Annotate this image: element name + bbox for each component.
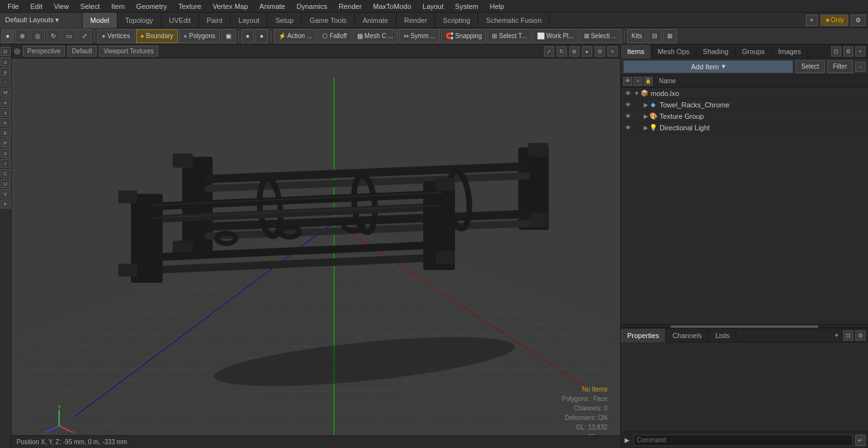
tool-selecti[interactable]: ⊠ Selecti ...: [580, 29, 621, 43]
item-eye-towel-racks[interactable]: 👁: [623, 100, 632, 109]
sidebar-btn-11[interactable]: o: [1, 149, 11, 158]
menu-animate[interactable]: Animate: [254, 1, 290, 11]
sidebar-btn-1[interactable]: D: [1, 47, 11, 56]
tool-mesh-c[interactable]: ▦ Mesh C ...: [353, 29, 398, 43]
tool-rotate[interactable]: ↻: [46, 29, 60, 43]
items-minus-btn[interactable]: −: [855, 62, 865, 72]
item-expand-modo-bxo[interactable]: ▼: [634, 89, 640, 98]
layout-tab-uvedit[interactable]: UVEdit: [161, 13, 199, 28]
tab-groups[interactable]: Groups: [735, 44, 771, 58]
menu-select[interactable]: Select: [75, 1, 105, 11]
layout-tab-model[interactable]: Model: [83, 13, 118, 28]
tool-boundary[interactable]: ● Boundary: [136, 29, 178, 43]
layout-tab-paint[interactable]: Paint: [199, 13, 231, 28]
viewport-settings-btn[interactable]: ⚙: [595, 46, 605, 57]
tool-falloff[interactable]: ⬡ Falloff: [318, 29, 351, 43]
viewport-more-btn[interactable]: ▸: [582, 46, 592, 57]
sidebar-btn-10[interactable]: P: [1, 139, 11, 147]
menu-edit[interactable]: Edit: [25, 1, 48, 11]
layout-tab-schematic[interactable]: Schematic Fusion: [478, 13, 550, 28]
item-expand-texture[interactable]: ▶: [642, 112, 649, 121]
items-lock-icon[interactable]: 🔒: [644, 77, 653, 86]
tab-items[interactable]: Items: [621, 44, 651, 58]
prop-tab-lists[interactable]: Lists: [709, 329, 737, 343]
tool-transform[interactable]: ⤢: [78, 29, 92, 43]
sidebar-btn-9[interactable]: E: [1, 128, 11, 137]
tool-action[interactable]: ⚡ Action ...: [274, 29, 316, 43]
layout-only-btn[interactable]: ★ Only: [820, 15, 848, 26]
right-tabs-plus-btn[interactable]: +: [855, 46, 865, 57]
sidebar-btn-13[interactable]: C: [1, 169, 11, 178]
right-tabs-expand-btn[interactable]: ⊡: [831, 46, 841, 57]
items-list[interactable]: 👁 ▼ 📦 modo.lxo 👁 ▶ ◆ Towel_Racks_Chrome …: [621, 88, 868, 324]
tool-grid[interactable]: ▣: [221, 29, 236, 43]
layout-tab-animate[interactable]: Animate: [355, 13, 397, 28]
viewport-3d[interactable]: X Z Y No Items Polygons : Face Channels:…: [11, 58, 620, 448]
layout-settings-btn[interactable]: ⚙: [851, 15, 865, 26]
tool-select-mode[interactable]: ●: [1, 29, 14, 43]
layout-dropdown[interactable]: Default Layouts ▾: [0, 13, 83, 28]
menu-help[interactable]: Help: [485, 1, 510, 11]
menu-dynamics[interactable]: Dynamics: [292, 1, 332, 11]
filter-button[interactable]: Filter: [827, 60, 853, 73]
layout-tab-gametools[interactable]: Game Tools: [302, 13, 355, 28]
item-eye-light[interactable]: 👁: [623, 123, 632, 132]
tool-layout-icon1[interactable]: ⊟: [648, 29, 661, 43]
viewport-rotate-btn[interactable]: ↻: [557, 46, 567, 57]
viewport-perspective-btn[interactable]: Perspective: [23, 46, 65, 57]
items-scroll-area[interactable]: [621, 324, 868, 328]
tool-vertices[interactable]: ● Vertices: [97, 29, 135, 43]
prop-tab-properties[interactable]: Properties: [621, 329, 666, 343]
prop-expand-btn[interactable]: ⊡: [843, 330, 853, 341]
add-item-button[interactable]: Add Item ▾: [623, 60, 793, 73]
sidebar-btn-8[interactable]: h: [1, 118, 11, 127]
items-add-icon[interactable]: +: [634, 77, 642, 86]
tool-ring[interactable]: ◎: [31, 29, 45, 43]
items-visibility-icon[interactable]: 👁: [623, 77, 632, 86]
tool-dot1[interactable]: ●: [241, 29, 254, 43]
items-scroll-handle[interactable]: [670, 325, 818, 328]
viewport-fit-btn[interactable]: ⤢: [544, 46, 554, 57]
tool-select-t[interactable]: ⊞ Select T...: [487, 29, 531, 43]
item-row-dir-light[interactable]: 👁 ▶ 💡 Directional Light: [621, 122, 868, 133]
sidebar-btn-12[interactable]: l: [1, 159, 11, 168]
layout-tab-topology[interactable]: Topology: [118, 13, 161, 28]
select-button[interactable]: Select: [796, 60, 825, 73]
viewport-default-btn[interactable]: Default: [67, 46, 97, 57]
tool-snapping[interactable]: 🧲 Snapping: [441, 29, 486, 43]
menu-item[interactable]: Item: [106, 1, 130, 11]
menu-system[interactable]: System: [450, 1, 484, 11]
sidebar-btn-6[interactable]: e: [1, 98, 11, 107]
prop-plus-btn[interactable]: +: [832, 331, 841, 340]
menu-maxtomodo[interactable]: MaxToModo: [368, 1, 416, 11]
layout-tab-render[interactable]: Render: [397, 13, 435, 28]
menu-geometry[interactable]: Geometry: [131, 1, 172, 11]
prop-tab-channels[interactable]: Channels: [666, 329, 709, 343]
tool-polygons[interactable]: ● Polygons: [179, 29, 220, 43]
menu-file[interactable]: File: [3, 1, 24, 11]
command-enter-btn[interactable]: ↵: [855, 435, 865, 446]
sidebar-btn-7[interactable]: s: [1, 108, 11, 117]
menu-view[interactable]: View: [49, 1, 74, 11]
viewport-zoom-btn[interactable]: ⊕: [569, 46, 580, 57]
menu-texture[interactable]: Texture: [173, 1, 207, 11]
tab-mesh-ops[interactable]: Mesh Ops: [651, 44, 696, 58]
item-expand-light[interactable]: ▶: [642, 123, 649, 132]
prop-settings-btn[interactable]: ⚙: [855, 330, 865, 341]
menu-render[interactable]: Render: [334, 1, 367, 11]
menu-layout[interactable]: Layout: [417, 1, 449, 11]
tab-shading[interactable]: Shading: [696, 44, 735, 58]
command-input[interactable]: [634, 435, 853, 446]
sidebar-btn-3[interactable]: p: [1, 67, 11, 76]
sidebar-btn-14[interactable]: U: [1, 179, 11, 188]
viewport-dot[interactable]: [14, 48, 20, 55]
sidebar-btn-5[interactable]: M: [1, 88, 11, 97]
tab-images[interactable]: Images: [772, 44, 808, 58]
item-eye-modo-bxo[interactable]: 👁: [623, 89, 632, 98]
viewport-close-btn[interactable]: ×: [607, 46, 618, 57]
sidebar-btn-15[interactable]: V: [1, 189, 11, 198]
tool-circle[interactable]: ⊕: [15, 29, 29, 43]
layout-tab-setup[interactable]: Setup: [268, 13, 302, 28]
viewport-textures-btn[interactable]: Viewport Textures: [99, 46, 158, 57]
tool-symm[interactable]: ⇔ Symm ...: [399, 29, 440, 43]
